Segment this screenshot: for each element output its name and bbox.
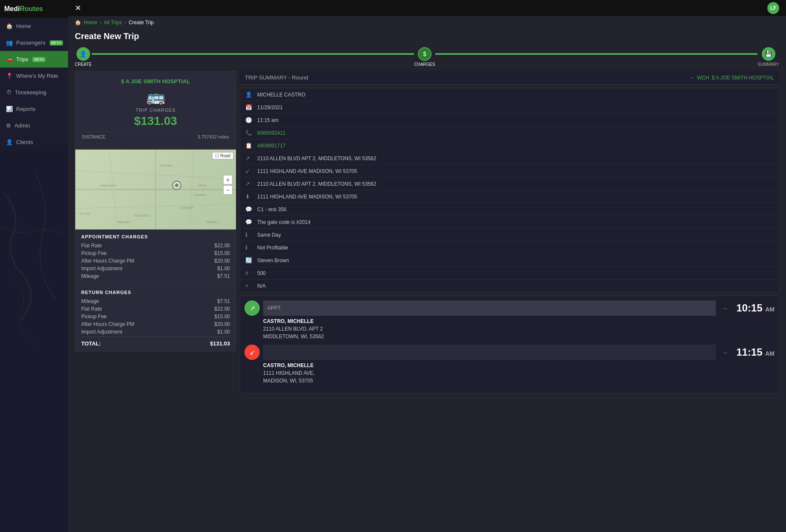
map-placeholder: Indianapolis Columbu... WEST St Louis KE… xyxy=(75,150,236,229)
summary-row-icon-10: 💬 xyxy=(245,219,253,225)
summary-row-icon-0: 👤 xyxy=(245,91,253,98)
summary-row-value-12: Not Profitable xyxy=(257,245,288,251)
appt-charge-amount-0: $22.00 xyxy=(214,243,230,249)
svg-text:WEST: WEST xyxy=(198,184,207,187)
total-amount: $131.03 xyxy=(210,340,230,347)
trip-charges-amount: $131.03 xyxy=(82,114,229,128)
svg-text:Nashville: Nashville xyxy=(117,221,129,224)
summary-row-2: 🕐 11:15 am xyxy=(240,114,779,127)
sidebar-item-trips[interactable]: 🚗 Trips BETA xyxy=(0,51,68,68)
distance-label: DISTANCE xyxy=(82,134,105,139)
appt-charge-label-4: Mileage xyxy=(81,273,99,279)
summary-row-0: 👤 MICHELLE CASTRO xyxy=(240,88,779,101)
return-charge-label-2: Pickup Fee xyxy=(81,314,107,320)
close-button[interactable]: ✕ xyxy=(75,3,81,13)
breadcrumb-home[interactable]: Home xyxy=(84,20,97,25)
svg-point-20 xyxy=(175,184,179,187)
sidebar-item-passengers[interactable]: 👥 Passengers BETA xyxy=(0,34,68,51)
summary-row-value-9: C1 - test 356 xyxy=(257,207,287,212)
trip-charges-label: TRIP CHARGES xyxy=(82,108,229,113)
map-zoom-out-button[interactable]: − xyxy=(223,185,233,195)
user-avatar[interactable]: LF xyxy=(767,2,779,14)
tl-addr2-1: MADISON, WI, 53705 xyxy=(263,377,775,385)
summary-row-value-11: Same Day xyxy=(257,232,281,238)
tl-circle-1: ↙ xyxy=(244,345,260,360)
sidebar-nav: 🏠 Home 👥 Passengers BETA🚗 Trips BETA📍 Wh… xyxy=(0,18,68,150)
sidebar-label-trips: Trips xyxy=(16,56,28,62)
app-logo: MediRoutes xyxy=(0,0,68,18)
wizard-label-create: CREATE xyxy=(75,62,92,67)
appointment-charges-rows: Flat Rate $22.00Pickup Fee $15.00After H… xyxy=(81,243,230,279)
return-charge-row-3: After Hours Charge PM $20.00 xyxy=(81,321,230,327)
return-charge-row-2: Pickup Fee $15.00 xyxy=(81,314,230,320)
summary-row-10: 💬 The gate code is #2014 xyxy=(240,216,779,229)
summary-row-icon-7: ↗ xyxy=(245,181,253,187)
trip-charges-box: $ A JOE SMITH HOSPTIAL 🚌 TRIP CHARGES $1… xyxy=(75,71,236,149)
summary-row-value-6: 1111 HIGHLAND AVE MADISON, WI 53705 xyxy=(257,168,357,174)
sidebar-item-reports[interactable]: 📊 Reports xyxy=(0,101,68,117)
breadcrumb-create-trip: Create Trip xyxy=(128,20,153,25)
tl-name-0: CASTRO, MICHELLE xyxy=(263,317,775,325)
appt-charge-label-0: Flat Rate xyxy=(81,243,102,249)
sidebar-icon-trips: 🚗 xyxy=(6,56,13,62)
appt-charge-amount-4: $7.51 xyxy=(217,273,230,279)
summary-row-icon-2: 🕐 xyxy=(245,117,253,123)
breadcrumb-icon: 🏠 xyxy=(75,20,81,25)
route-arrows: ↔ xyxy=(690,75,695,81)
tl-time-1: 11:15 AM xyxy=(736,346,775,358)
summary-row-icon-14: # xyxy=(245,270,253,276)
sidebar-icon-wheres-my-ride: 📍 xyxy=(6,73,13,79)
sidebar-item-wheres-my-ride[interactable]: 📍 Where's My Ride xyxy=(0,68,68,84)
timeline-entry-0: ↗ APPT ← 10:15 AM CASTRO, MICHELLE 2110 … xyxy=(244,300,775,340)
tl-info-0: CASTRO, MICHELLE 2110 ALLEN BLVD, APT 2 … xyxy=(263,317,775,340)
svg-text:KENTUCKY: KENTUCKY xyxy=(134,214,150,217)
sidebar-label-admin: Admin xyxy=(14,122,30,129)
timeline-entry-1: ↙ ← 11:15 AM CASTRO, MICHELLE 1111 HIGHL… xyxy=(244,345,775,385)
summary-row-9: 💬 C1 - test 356 xyxy=(240,203,779,216)
summary-row-value-0: MICHELLE CASTRO xyxy=(257,92,305,98)
return-charges-section: RETURN CHARGES Mileage $7.51Flat Rate $2… xyxy=(75,286,236,351)
tl-circle-0: ↗ xyxy=(244,300,260,316)
bc-arrow-2: › xyxy=(125,20,126,25)
summary-row-icon-6: ↙ xyxy=(245,168,253,174)
timeline-container: ↗ APPT ← 10:15 AM CASTRO, MICHELLE 2110 … xyxy=(244,300,775,385)
wizard-progress: 👤 CREATE $ CHARGES 💾 SUMMARY xyxy=(68,45,786,71)
trip-summary-header: TRIP SUMMARY - Round ↔ WCH $ A JOE SMITH… xyxy=(240,71,779,85)
sidebar-item-clients[interactable]: 👤 Clients xyxy=(0,134,68,150)
summary-row-icon-3: 📞 xyxy=(245,130,253,136)
tl-addr1-1: 1111 HIGHLAND AVE, xyxy=(263,369,775,377)
map-container[interactable]: Indianapolis Columbu... WEST St Louis KE… xyxy=(75,149,236,230)
bc-arrow-1: › xyxy=(100,20,101,25)
summary-row-6: ↙ 1111 HIGHLAND AVE MADISON, WI 53705 xyxy=(240,165,779,178)
sidebar-label-timekeeping: Timekeeping xyxy=(15,89,46,96)
summary-row-icon-11: ℹ xyxy=(245,232,253,238)
summary-row-icon-8: ⬇ xyxy=(245,193,253,200)
van-icon: 🚌 xyxy=(82,88,229,106)
sidebar-item-admin[interactable]: ⚙ Admin xyxy=(0,117,68,134)
return-charge-label-1: Flat Rate xyxy=(81,306,102,312)
summary-row-icon-9: 💬 xyxy=(245,206,253,212)
trip-summary-title: TRIP SUMMARY - Round xyxy=(245,74,308,81)
sidebar-item-home[interactable]: 🏠 Home xyxy=(0,18,68,34)
return-charges-title: RETURN CHARGES xyxy=(81,290,230,295)
sidebar-item-timekeeping[interactable]: ⏱ Timekeeping xyxy=(0,84,68,101)
user-initials: LF xyxy=(770,5,777,11)
tl-badge-0: APPT xyxy=(263,300,716,316)
route-destination: $ A JOE SMITH HOSPTIAL xyxy=(712,75,774,81)
summary-row-icon-12: ℹ xyxy=(245,244,253,251)
sidebar-background xyxy=(0,150,68,532)
summary-row-3: 📞 6086092411 xyxy=(240,127,779,139)
summary-row-14: # 500 xyxy=(240,267,779,280)
map-zoom-in-button[interactable]: + xyxy=(223,175,233,184)
summary-row-5: ↗ 2110 ALLEN BLVD APT 2, MIDDLETONS, WI … xyxy=(240,152,779,165)
appt-charge-label-1: Pickup Fee xyxy=(81,250,107,256)
distance-value: 3.757432 miles xyxy=(197,134,229,139)
summary-row-value-8: 1111 HIGHLAND AVE MADISON, WI 53705 xyxy=(257,194,357,200)
return-charge-label-3: After Hours Charge PM xyxy=(81,321,134,327)
breadcrumb-all-trips[interactable]: All Trips xyxy=(104,20,122,25)
svg-text:Winston-...: Winston-... xyxy=(206,221,220,224)
return-charge-amount-1: $22.00 xyxy=(214,306,230,312)
tl-arrow-0: ← xyxy=(722,303,730,313)
sidebar: MediRoutes 🏠 Home 👥 Passengers BETA🚗 Tri… xyxy=(0,0,68,532)
map-road-button[interactable]: ☐ Road xyxy=(212,152,233,159)
